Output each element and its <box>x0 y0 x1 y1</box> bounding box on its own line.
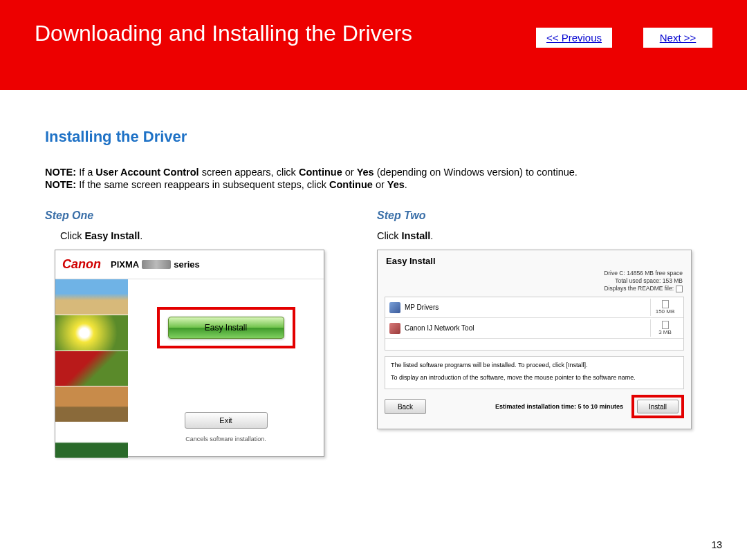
step-one-column: Step One Click Easy Install. Canon PIXMA… <box>45 209 349 457</box>
pixma-word: PIXMA <box>111 259 139 270</box>
header-bar: Downloading and Installing the Drivers <… <box>0 0 747 90</box>
note-text: screen appears, click <box>199 167 299 178</box>
step-two-column: Step Two Click Install. Easy Install Dri… <box>377 209 702 457</box>
info-box: The listed software programs will be ins… <box>385 356 684 389</box>
note-line-1: NOTE: If a User Account Control screen a… <box>45 167 706 178</box>
disk-stats: Drive C: 14856 MB free space Total used … <box>604 270 683 292</box>
stat-readme-label: Displays the README file: <box>604 285 674 292</box>
easy-install-button[interactable]: Easy Install <box>168 317 284 339</box>
page-number: 13 <box>711 539 722 550</box>
stat-free-space: Drive C: 14856 MB free space <box>604 270 683 277</box>
sample-photo <box>55 351 128 387</box>
stat-used-space: Total used space: 153 MB <box>604 277 683 285</box>
note-bold: Continue <box>299 167 342 178</box>
exit-button[interactable]: Exit <box>185 412 268 429</box>
note-text: (depending on Windows version) to contin… <box>374 167 578 178</box>
installer1-main: Easy Install Exit Cancels software insta… <box>128 279 324 458</box>
note-bold: Continue <box>329 179 373 190</box>
installer1-body: Easy Install Exit Cancels software insta… <box>55 279 324 458</box>
installer1-titlebar: Canon PIXMA series <box>55 250 324 279</box>
note-text: . <box>405 179 407 190</box>
size-text: 150 MB <box>656 308 675 315</box>
highlight-frame: Easy Install <box>157 307 295 348</box>
photo-strip <box>55 279 128 458</box>
note-text: or <box>342 167 357 178</box>
doc-icon <box>662 321 669 329</box>
doc-icon <box>662 300 669 308</box>
install-button[interactable]: Install <box>637 400 679 413</box>
package-icon <box>389 302 400 313</box>
sample-photo <box>55 279 128 315</box>
step-two-instruction: Click Install. <box>377 230 702 241</box>
highlight-frame: Install <box>631 395 684 418</box>
instr-text: . <box>140 230 142 241</box>
instr-bold: Install <box>401 230 430 241</box>
package-name: Canon IJ Network Tool <box>405 324 646 332</box>
readme-checkbox[interactable] <box>676 286 683 292</box>
package-size: 3 MB <box>650 319 679 337</box>
section-heading: Installing the Driver <box>45 128 706 146</box>
prev-nav-box: << Previous <box>536 28 612 48</box>
info-line-1: The listed software programs will be ins… <box>391 361 678 371</box>
pixma-label: PIXMA series <box>111 259 200 270</box>
content-area: Installing the Driver NOTE: If a User Ac… <box>0 90 747 457</box>
sample-photo <box>55 386 128 422</box>
package-size: 150 MB <box>650 299 679 317</box>
installer2-title: Easy Install <box>378 250 691 269</box>
step-one-title: Step One <box>45 209 349 222</box>
installer-window-2: Easy Install Drive C: 14856 MB free spac… <box>377 250 692 429</box>
instr-text: Click <box>60 230 84 241</box>
note-prefix: NOTE: <box>45 167 76 178</box>
note-bold: Yes <box>387 179 405 190</box>
previous-link[interactable]: << Previous <box>546 32 602 44</box>
note-bold: Yes <box>357 167 374 178</box>
note-text: If the same screen reappears in subseque… <box>76 179 329 190</box>
package-icon <box>389 323 400 334</box>
installer2-bottom: Back Estimated installation time: 5 to 1… <box>378 389 691 418</box>
next-nav-box: Next >> <box>643 28 712 48</box>
note-line-2: NOTE: If the same screen reappears in su… <box>45 179 706 190</box>
stat-readme: Displays the README file: <box>604 285 683 292</box>
sample-photo <box>55 315 128 351</box>
instr-text: . <box>430 230 433 241</box>
package-row[interactable]: MP Drivers 150 MB <box>385 297 683 318</box>
next-link[interactable]: Next >> <box>660 32 697 44</box>
series-word: series <box>174 259 200 270</box>
canon-logo: Canon <box>62 257 101 272</box>
note-prefix: NOTE: <box>45 179 76 190</box>
info-line-2: To display an introduction of the softwa… <box>391 373 678 383</box>
step-one-instruction: Click Easy Install. <box>45 230 349 241</box>
note-text: If a <box>76 167 95 178</box>
back-button[interactable]: Back <box>385 399 426 414</box>
package-name: MP Drivers <box>405 304 646 311</box>
package-list: MP Drivers 150 MB Canon IJ Network Tool … <box>385 297 684 351</box>
note-text: or <box>373 179 387 190</box>
estimated-time: Estimated installation time: 5 to 10 min… <box>432 403 626 410</box>
instr-text: Click <box>377 230 401 241</box>
instr-bold: Easy Install <box>84 230 140 241</box>
note-bold: User Account Control <box>95 167 199 178</box>
exit-caption: Cancels software installation. <box>128 436 324 442</box>
package-row[interactable]: Canon IJ Network Tool 3 MB <box>385 318 683 339</box>
sample-photo <box>55 422 128 458</box>
redacted-model <box>142 260 171 269</box>
steps-row: Step One Click Easy Install. Canon PIXMA… <box>45 209 706 457</box>
step-two-title: Step Two <box>377 209 702 222</box>
installer-window-1: Canon PIXMA series <box>55 250 324 457</box>
size-text: 3 MB <box>658 329 672 335</box>
